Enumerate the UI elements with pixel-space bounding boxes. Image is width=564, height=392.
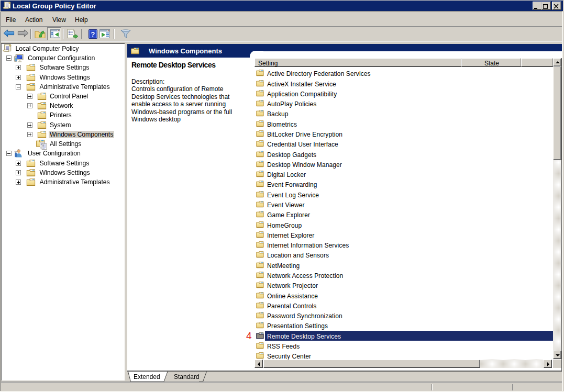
svg-text:Standard: Standard — [174, 373, 200, 380]
svg-text:Extended: Extended — [134, 373, 160, 380]
svg-text:?: ? — [91, 30, 95, 38]
